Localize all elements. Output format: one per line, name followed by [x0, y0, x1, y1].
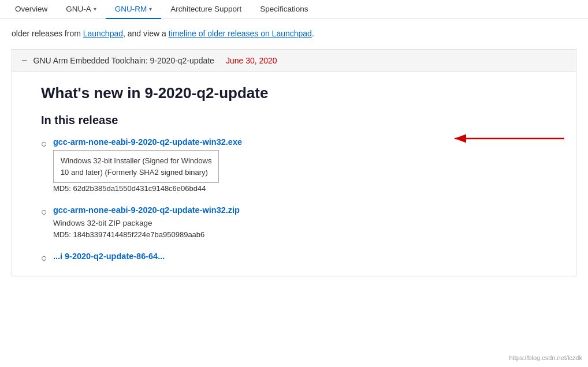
tab-specifications[interactable]: Specifications: [251, 0, 317, 19]
tooltip-box: Windows 32-bit Installer (Signed for Win…: [53, 150, 219, 183]
watermark: https://blog.csdn.net/lczdk: [509, 354, 582, 361]
tooltip-text: Windows 32-bit Installer (Signed for Win…: [61, 155, 212, 178]
intro-paragraph: older releases from Launchpad, and view …: [12, 27, 576, 40]
partial-download-link[interactable]: ...i 9-2020-q2-update-86-64...: [53, 252, 165, 261]
list-item: ○ gcc-arm-none-eabi-9-2020-q2-update-win…: [41, 137, 559, 193]
timeline-link[interactable]: timeline of older releases on Launchpad: [169, 29, 312, 38]
release-list: ○ gcc-arm-none-eabi-9-2020-q2-update-win…: [41, 137, 559, 239]
tab-overview[interactable]: Overview: [6, 0, 57, 19]
main-content: older releases from Launchpad, and view …: [0, 19, 588, 276]
tab-architecture-support[interactable]: Architecture Support: [161, 0, 251, 19]
exe-download-link[interactable]: gcc-arm-none-eabi-9-2020-q2-update-win32…: [53, 137, 242, 147]
release-heading: What's new in 9-2020-q2-update: [41, 84, 559, 103]
list-item: ○ gcc-arm-none-eabi-9-2020-q2-update-win…: [41, 205, 559, 239]
zip-desc: Windows 32-bit ZIP package: [53, 218, 559, 229]
nav-tabs: Overview GNU-A ▾ GNU-RM ▾ Architecture S…: [0, 0, 588, 19]
red-arrow-annotation: [443, 127, 570, 150]
section-date: June 30, 2020: [226, 56, 277, 65]
zip-item-content: gcc-arm-none-eabi-9-2020-q2-update-win32…: [53, 205, 559, 239]
exe-md5: MD5: 62d2b385da1550d431c9148c6e06bd44: [53, 184, 559, 193]
tab-gnu-rm[interactable]: GNU-RM ▾: [106, 0, 162, 19]
section-collapse-header[interactable]: − GNU Arm Embedded Toolchain: 9-2020-q2-…: [12, 49, 576, 72]
zip-download-link[interactable]: gcc-arm-none-eabi-9-2020-q2-update-win32…: [53, 205, 240, 215]
bullet-icon: ○: [41, 206, 47, 218]
section-title: GNU Arm Embedded Toolchain: 9-2020-q2-up…: [34, 56, 214, 65]
launchpad-link[interactable]: Launchpad: [83, 29, 123, 38]
collapse-icon: −: [21, 55, 28, 66]
partial-item: ○ ...i 9-2020-q2-update-86-64...: [41, 252, 559, 264]
chevron-down-icon: ▾: [94, 6, 96, 12]
arrow-container: gcc-arm-none-eabi-9-2020-q2-update-win32…: [53, 137, 559, 147]
bullet-icon: ○: [41, 138, 47, 150]
zip-md5: MD5: 184b3397414485f224e7ba950989aab6: [53, 230, 559, 239]
release-subheading: In this release: [41, 114, 559, 127]
section-body: What's new in 9-2020-q2-update In this r…: [12, 72, 576, 276]
exe-item-content: gcc-arm-none-eabi-9-2020-q2-update-win32…: [53, 137, 559, 193]
chevron-down-icon: ▾: [149, 6, 152, 12]
bullet-icon: ○: [41, 252, 47, 264]
tab-gnu-a[interactable]: GNU-A ▾: [57, 0, 106, 19]
